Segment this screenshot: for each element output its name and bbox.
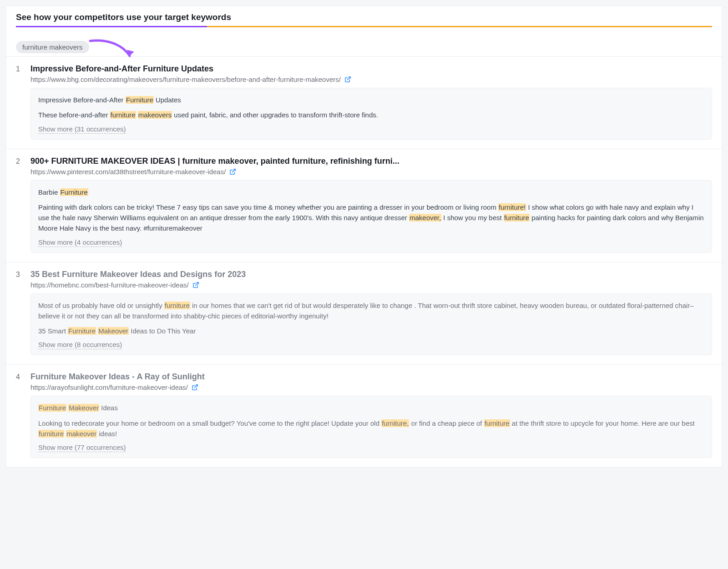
keyword-highlight: furniture [38,430,64,438]
keyword-highlight: Furniture [60,188,88,196]
search-result: 2900+ FURNITURE MAKEOVER IDEAS | furnitu… [6,149,722,262]
results-list: 1Impressive Before-and-After Furniture U… [6,56,722,467]
result-body: Furniture Makeover Ideas - A Ray of Sunl… [30,372,712,458]
keyword-highlight: Makeover [98,327,129,335]
result-body: Impressive Before-and-After Furniture Up… [30,64,712,140]
result-body: 900+ FURNITURE MAKEOVER IDEAS | furnitur… [30,156,712,253]
result-title[interactable]: 900+ FURNITURE MAKEOVER IDEAS | furnitur… [30,156,712,166]
card-header: See how your competitors use your target… [6,6,722,32]
keyword-highlight: furniture [164,302,190,309]
card-title: See how your competitors use your target… [16,12,712,22]
snippet-text: These before-and-after furniture makeove… [38,110,704,120]
result-body: 35 Best Furniture Makeover Ideas and Des… [30,270,712,356]
keyword-highlight: furniture [110,111,136,119]
keyword-highlight: Furniture [38,404,66,412]
result-rank: 2 [16,156,22,253]
keyword-highlight: Furniture [126,96,154,104]
snippet-box: Most of us probably have old or unsightl… [30,293,712,356]
keyword-highlight: furniture [504,214,530,222]
result-rank: 1 [16,64,22,140]
external-link-icon[interactable] [192,384,198,391]
svg-line-3 [194,385,197,388]
snippet-text: 35 Smart Furniture Makeover Ideas to Do … [38,326,704,336]
show-more-link[interactable]: Show more (4 occurrences) [38,238,122,247]
show-more-link[interactable]: Show more (77 occurrences) [38,443,126,452]
result-url-row: https://www.pinterest.com/at38thstreet/f… [30,168,712,176]
result-rank: 4 [16,372,22,458]
snippet-box: Barbie FurniturePainting with dark color… [30,180,712,253]
header-underline [16,26,712,27]
result-title[interactable]: 35 Best Furniture Makeover Ideas and Des… [30,270,712,279]
result-url[interactable]: https://www.pinterest.com/at38thstreet/f… [30,168,226,176]
result-url-row: https://www.bhg.com/decorating/makeovers… [30,76,712,83]
snippet-text: Painting with dark colors can be tricky!… [38,202,704,234]
result-title[interactable]: Furniture Makeover Ideas - A Ray of Sunl… [30,372,712,382]
result-url[interactable]: https://arayofsunlight.com/furniture-mak… [30,383,188,391]
svg-line-0 [347,77,350,80]
keyword-highlight: makeovers [138,111,172,119]
keyword-highlight: Furniture [68,327,96,335]
keyword-highlight: furniture [484,419,510,427]
svg-line-1 [233,169,236,172]
snippet-box: Furniture Makeover IdeasLooking to redec… [30,396,712,458]
snippet-text: Most of us probably have old or unsightl… [38,300,704,322]
snippet-text: Looking to redecorate your home or bedro… [38,418,704,439]
snippet-text: Impressive Before-and-After Furniture Up… [38,95,704,105]
result-title[interactable]: Impressive Before-and-After Furniture Up… [30,64,712,74]
keyword-chip[interactable]: furniture makeovers [16,41,89,53]
keyword-highlight: furniture! [498,203,526,211]
snippet-box: Impressive Before-and-After Furniture Up… [30,88,712,140]
search-result: 4Furniture Makeover Ideas - A Ray of Sun… [6,364,722,467]
result-url-row: https://arayofsunlight.com/furniture-mak… [30,383,712,391]
snippet-text: Barbie Furniture [38,187,704,197]
keyword-annotation-row: furniture makeovers [6,32,722,56]
search-result: 335 Best Furniture Makeover Ideas and De… [6,262,722,365]
external-link-icon[interactable] [192,282,199,288]
keyword-highlight: makeover [66,430,97,438]
keyword-highlight: makeover, [409,214,441,222]
keyword-highlight: Makeover [68,404,99,412]
result-rank: 3 [16,270,22,356]
competitor-keywords-card: See how your competitors use your target… [5,5,723,468]
snippet-text: Furniture Makeover Ideas [38,403,704,413]
result-url[interactable]: https://homebnc.com/best-furniture-makeo… [30,281,189,289]
search-result: 1Impressive Before-and-After Furniture U… [6,56,722,149]
show-more-link[interactable]: Show more (31 occurrences) [38,125,126,134]
keyword-highlight: furniture, [381,419,409,427]
external-link-icon[interactable] [229,168,236,175]
svg-line-2 [195,282,198,285]
show-more-link[interactable]: Show more (8 occurrences) [38,341,122,349]
result-url[interactable]: https://www.bhg.com/decorating/makeovers… [30,76,341,83]
result-url-row: https://homebnc.com/best-furniture-makeo… [30,281,712,289]
external-link-icon[interactable] [344,76,351,83]
